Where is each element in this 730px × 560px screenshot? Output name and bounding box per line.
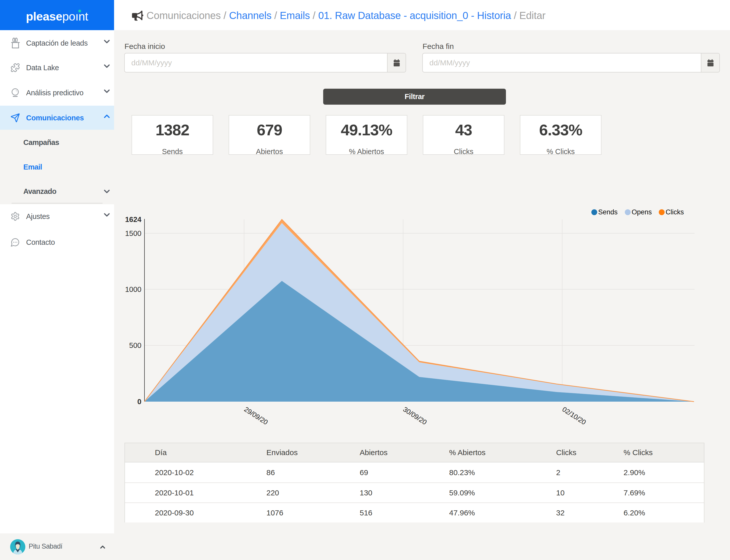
svg-text:1500: 1500 xyxy=(125,229,141,237)
svg-text:02/10/20: 02/10/20 xyxy=(561,405,587,426)
svg-text:500: 500 xyxy=(129,341,141,349)
svg-text:30/09/20: 30/09/20 xyxy=(402,405,428,426)
svg-text:0: 0 xyxy=(137,398,141,406)
svg-text:1000: 1000 xyxy=(125,285,141,293)
svg-text:1624: 1624 xyxy=(125,215,141,223)
svg-text:29/09/20: 29/09/20 xyxy=(243,405,269,426)
